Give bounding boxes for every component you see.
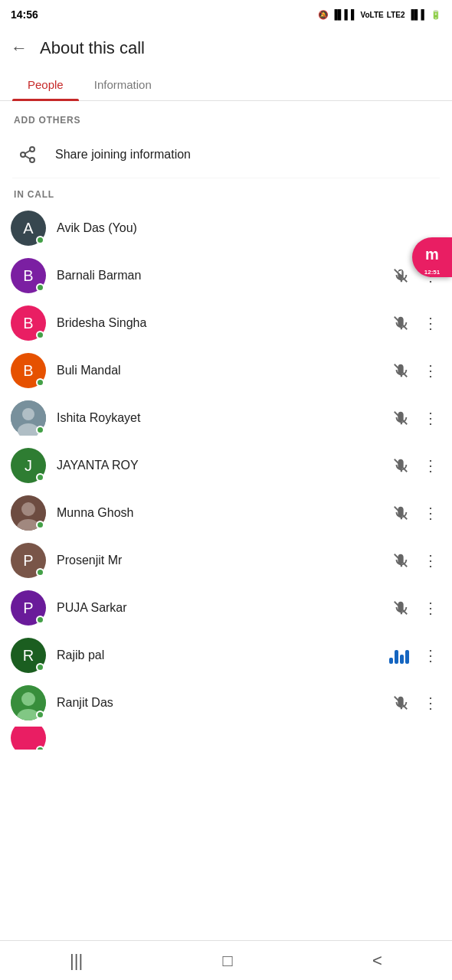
person-row: R Rajib pal ⋮: [0, 632, 452, 679]
person-name: Prosenjit Mr: [57, 554, 382, 567]
avatar-wrap: P: [11, 590, 46, 626]
avatar-wrap: P: [11, 543, 46, 578]
floating-avatar-label: m: [425, 246, 439, 263]
person-row: P PUJA Sarkar ⋮: [0, 584, 452, 632]
person-row: [0, 727, 452, 750]
mic-off-icon: [392, 315, 409, 332]
person-actions: ⋮: [392, 409, 441, 427]
svg-line-3: [25, 156, 31, 159]
status-bar: 14:56 🔕 ▐▌▌▌ VoLTE LTE2 ▐▌▌ 🔋: [0, 0, 452, 28]
person-actions: ⋮: [392, 456, 441, 475]
online-dot: [36, 283, 44, 292]
person-actions: ⋮: [392, 314, 441, 332]
person-name: Ranjit Das: [57, 696, 382, 710]
person-name: PUJA Sarkar: [57, 601, 382, 615]
person-actions: ⋮: [392, 361, 441, 380]
in-call-header: IN CALL: [0, 178, 452, 204]
tab-people[interactable]: People: [12, 69, 79, 100]
online-dot: [36, 426, 44, 434]
mute-icon: 🔕: [318, 10, 329, 20]
page-title: About this call: [40, 38, 145, 58]
online-dot: [36, 331, 44, 339]
more-options-button[interactable]: ⋮: [420, 456, 441, 475]
avatar-wrap: [11, 400, 46, 436]
mic-off-icon: [392, 457, 409, 474]
person-row: B Buli Mandal ⋮: [0, 347, 452, 394]
header: ← About this call: [0, 28, 452, 69]
more-options-button[interactable]: ⋮: [420, 361, 441, 380]
home-button[interactable]: □: [204, 945, 251, 977]
person-name: Buli Mandal: [57, 364, 382, 377]
more-options-button[interactable]: ⋮: [420, 504, 441, 522]
back-button[interactable]: ←: [8, 35, 31, 61]
status-icons: 🔕 ▐▌▌▌ VoLTE LTE2 ▐▌▌ 🔋: [318, 9, 441, 20]
person-row: Munna Ghosh ⋮: [0, 489, 452, 537]
person-row: Ranjit Das ⋮: [0, 679, 452, 727]
share-joining-row[interactable]: Share joining information: [0, 132, 452, 178]
mic-off-icon: [392, 694, 409, 711]
lte2-label: LTE2: [387, 11, 405, 19]
more-options-button[interactable]: ⋮: [420, 314, 441, 332]
online-dot: [36, 568, 44, 577]
avatar-wrap: [11, 727, 46, 750]
person-row: P Prosenjit Mr ⋮: [0, 537, 452, 584]
svg-point-20: [21, 692, 35, 706]
avatar-wrap: J: [11, 448, 46, 483]
add-others-header: ADD OTHERS: [0, 101, 452, 132]
avatar-wrap: B: [11, 353, 46, 388]
person-actions: ⋮: [392, 599, 441, 617]
audio-bar: [400, 655, 404, 664]
person-name: Bridesha Singha: [57, 316, 382, 330]
tabs-bar: People Information: [0, 69, 452, 101]
more-options-button[interactable]: ⋮: [420, 409, 441, 427]
avatar-wrap: B: [11, 258, 46, 293]
avatar-wrap: [11, 685, 46, 720]
person-name: Rajib pal: [57, 648, 378, 662]
online-dot: [36, 710, 44, 719]
nav-bar: ||| □ <: [0, 940, 452, 980]
person-actions: ⋮: [392, 694, 441, 712]
back-nav-button[interactable]: <: [354, 945, 401, 977]
avatar-wrap: R: [11, 638, 46, 673]
more-options-button[interactable]: ⋮: [420, 694, 441, 712]
floating-call-avatar[interactable]: m 12:51: [412, 237, 452, 277]
mic-off-icon: [392, 552, 409, 569]
online-dot: [36, 473, 44, 482]
floating-call-time: 12:51: [424, 269, 440, 276]
online-dot: [36, 663, 44, 671]
person-name: Barnali Barman: [57, 269, 382, 283]
person-actions: ⋮: [392, 551, 441, 570]
signal-icon: ▐▌▌▌: [332, 9, 358, 20]
svg-point-14: [21, 502, 35, 516]
people-list: A Avik Das (You) B Barnali Barman ⋮ B Br…: [0, 204, 452, 750]
person-row: B Barnali Barman ⋮: [0, 252, 452, 299]
tab-information[interactable]: Information: [79, 69, 167, 100]
more-options-button[interactable]: ⋮: [420, 599, 441, 617]
mic-off-icon: [392, 267, 409, 284]
online-dot: [36, 378, 44, 387]
speaking-indicator: [389, 647, 409, 664]
share-icon: [14, 141, 41, 168]
avatar-wrap: [11, 495, 46, 531]
signal2-icon: ▐▌▌: [408, 9, 427, 20]
audio-bar: [389, 658, 393, 664]
person-name: Avik Das (You): [57, 221, 441, 235]
person-actions: ⋮: [392, 504, 441, 522]
person-row: J JAYANTA ROY ⋮: [0, 442, 452, 489]
battery-icon: 🔋: [431, 10, 441, 20]
online-dot: [36, 521, 44, 529]
person-row: B Bridesha Singha ⋮: [0, 299, 452, 347]
status-time: 14:56: [11, 8, 38, 21]
more-options-button[interactable]: ⋮: [420, 646, 441, 665]
audio-bar: [405, 650, 409, 664]
online-dot: [36, 616, 44, 624]
recent-apps-button[interactable]: |||: [51, 945, 101, 977]
svg-line-4: [25, 151, 31, 154]
person-row: Ishita Roykayet ⋮: [0, 394, 452, 442]
mic-off-icon: [392, 410, 409, 426]
avatar-wrap: B: [11, 305, 46, 341]
mic-off-icon: [392, 362, 409, 379]
audio-bar: [395, 650, 398, 664]
more-options-button[interactable]: ⋮: [420, 551, 441, 570]
online-dot: [36, 236, 44, 244]
